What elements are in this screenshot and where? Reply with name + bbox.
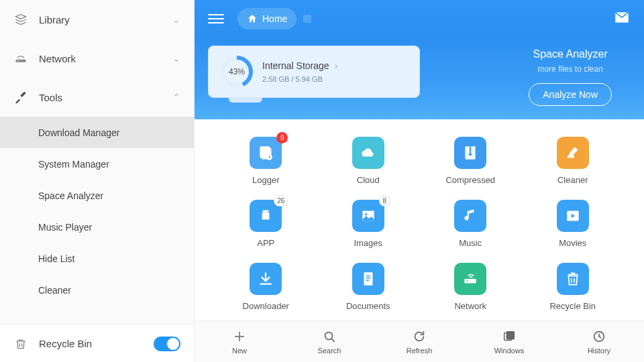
- sidebar-item-recycle-bin[interactable]: Recycle Bin: [0, 324, 194, 362]
- svg-point-1: [17, 60, 19, 62]
- category-label: Downloader: [243, 301, 289, 311]
- bottombar: NewSearchRefreshWindowsHistory: [195, 320, 644, 362]
- sidebar: Library ⌄ Network ⌄ Tools ⌃ Download Man…: [0, 0, 195, 362]
- menu-icon[interactable]: [208, 11, 224, 26]
- category-network[interactable]: Network: [419, 263, 522, 311]
- svg-point-15: [467, 280, 468, 282]
- sidebar-item-cleaner[interactable]: Cleaner: [0, 274, 194, 306]
- category-recycle-bin[interactable]: Recycle Bin: [522, 263, 625, 311]
- sidebar-item-music-player[interactable]: Music Player: [0, 211, 194, 243]
- badge: 26: [274, 195, 288, 206]
- category-label: Documents: [346, 301, 390, 311]
- svg-point-8: [264, 212, 265, 213]
- tab-indicator[interactable]: [303, 15, 311, 23]
- category-label: Recycle Bin: [549, 301, 596, 311]
- category-music[interactable]: Music: [419, 200, 522, 248]
- category-label: Logger: [252, 175, 279, 185]
- bottombar-search[interactable]: Search: [284, 328, 374, 355]
- analyzer-subtitle: more files to clean: [537, 64, 602, 74]
- category-label: APP: [257, 238, 274, 248]
- trash-icon: [557, 263, 589, 295]
- sidebar-section-network[interactable]: Network ⌄: [0, 39, 194, 78]
- clock-icon: [592, 328, 606, 345]
- trash-icon: [13, 337, 28, 351]
- storage-name: Internal Storage: [262, 60, 337, 71]
- sidebar-item-space-analyzer[interactable]: Space Analyzer: [0, 180, 194, 211]
- category-documents[interactable]: Documents: [317, 263, 420, 311]
- chevron-down-icon: ⌄: [172, 14, 180, 25]
- category-compressed[interactable]: Compressed: [419, 137, 522, 185]
- router-icon: [454, 263, 486, 295]
- svg-point-9: [267, 212, 268, 213]
- analyze-now-button[interactable]: Analyze Now: [529, 83, 612, 106]
- main-panel: Home 43% Internal Storage 2.58 GB / 5.94…: [195, 0, 644, 362]
- banner: 43% Internal Storage 2.58 GB / 5.94 GB S…: [195, 38, 644, 119]
- category-label: Movies: [559, 238, 586, 248]
- chevron-up-icon: ⌃: [172, 92, 180, 103]
- play-icon: [557, 200, 589, 232]
- tools-icon: [13, 90, 28, 105]
- plus-icon: [232, 328, 247, 345]
- category-label: Cloud: [357, 175, 380, 185]
- sidebar-section-tools[interactable]: Tools ⌃: [0, 78, 194, 117]
- cloud-icon: [352, 137, 384, 169]
- category-images[interactable]: 8Images: [317, 200, 420, 248]
- library-icon: [13, 12, 28, 27]
- badge: 9: [276, 132, 288, 143]
- network-icon: [13, 51, 28, 66]
- storage-size: 2.58 GB / 5.94 GB: [262, 75, 337, 83]
- category-app[interactable]: 26APP: [215, 200, 317, 248]
- bottombar-history[interactable]: History: [554, 328, 644, 355]
- home-icon: [247, 13, 258, 24]
- svg-rect-18: [506, 332, 514, 339]
- category-label: Cleaner: [557, 175, 588, 185]
- svg-point-7: [469, 153, 472, 156]
- category-label: Music: [459, 238, 482, 248]
- storage-card[interactable]: 43% Internal Storage 2.58 GB / 5.94 GB: [208, 46, 420, 98]
- sidebar-label: Network: [39, 53, 172, 64]
- category-grid: 9LoggerCloudCompressedCleaner26APP8Image…: [195, 119, 644, 320]
- sidebar-label: Recycle Bin: [39, 338, 154, 349]
- sidebar-item-download-manager[interactable]: Download Manager: [0, 117, 194, 148]
- category-label: Compressed: [445, 175, 495, 185]
- mail-icon[interactable]: [613, 9, 631, 29]
- svg-rect-6: [470, 146, 471, 153]
- topbar: Home: [195, 0, 644, 38]
- category-cloud[interactable]: Cloud: [317, 137, 420, 185]
- sidebar-item-system-manager[interactable]: System Manager: [0, 148, 194, 180]
- logger-icon: 9: [250, 137, 282, 169]
- category-logger[interactable]: 9Logger: [215, 137, 317, 185]
- doc-icon: [352, 263, 384, 295]
- down-icon: [250, 263, 282, 295]
- svg-rect-0: [16, 60, 26, 62]
- badge: 8: [379, 195, 390, 206]
- svg-rect-14: [465, 279, 476, 284]
- bottombar-windows[interactable]: Windows: [464, 328, 554, 355]
- category-movies[interactable]: Movies: [522, 200, 625, 248]
- sidebar-label: Library: [39, 14, 172, 25]
- zip-icon: [454, 137, 486, 169]
- sidebar-section-library[interactable]: Library ⌄: [0, 0, 194, 39]
- svg-point-11: [365, 213, 367, 215]
- analyzer-title: Space Analyzer: [533, 48, 608, 60]
- category-downloader[interactable]: Downloader: [215, 263, 317, 311]
- bottombar-new[interactable]: New: [195, 328, 284, 355]
- refresh-icon: [412, 328, 427, 345]
- sidebar-label: Tools: [39, 92, 172, 103]
- sidebar-item-hide-list[interactable]: Hide List: [0, 243, 194, 274]
- search-icon: [322, 328, 337, 345]
- breadcrumb-home[interactable]: Home: [237, 8, 297, 29]
- image-icon: 8: [352, 200, 384, 232]
- svg-rect-13: [364, 272, 372, 286]
- category-label: Network: [454, 301, 486, 311]
- broom-icon: [557, 137, 589, 169]
- chevron-down-icon: ⌄: [172, 53, 180, 64]
- bottombar-refresh[interactable]: Refresh: [374, 328, 464, 355]
- svg-point-16: [325, 333, 333, 340]
- category-cleaner[interactable]: Cleaner: [522, 137, 625, 185]
- storage-gauge: 43%: [221, 56, 253, 88]
- music-icon: [454, 200, 486, 232]
- recycle-toggle[interactable]: [154, 337, 180, 351]
- analyzer-panel: Space Analyzer more files to clean Analy…: [529, 46, 612, 106]
- android-icon: 26: [250, 200, 282, 232]
